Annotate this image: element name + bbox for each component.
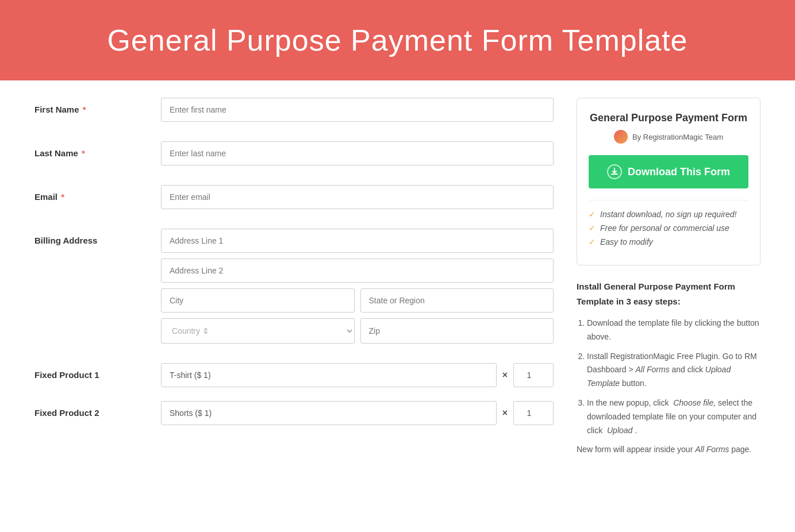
- product-2-fields: ×: [161, 401, 554, 425]
- product-2-label: Fixed Product 2: [34, 401, 161, 418]
- billing-address-label: Billing Address: [34, 229, 161, 245]
- product-2-input-row: ×: [161, 401, 554, 425]
- author-icon: [614, 130, 628, 144]
- choose-file-text: Choose file,: [673, 398, 716, 407]
- instruction-step-1: Download the template file by clicking t…: [587, 317, 761, 344]
- download-button[interactable]: Download This Form: [589, 155, 748, 188]
- upload-text: Upload: [607, 426, 632, 435]
- city-state-row: [161, 288, 554, 313]
- product-1-qty-input[interactable]: [513, 363, 554, 387]
- sidebar: General Purpose Payment Form By Registra…: [577, 98, 761, 457]
- product-1-name-input[interactable]: [161, 363, 497, 387]
- product-2-row: Fixed Product 2 ×: [34, 401, 554, 425]
- product-2-multiply-icon: ×: [502, 408, 508, 418]
- product-1-row: Fixed Product 1 ×: [34, 363, 554, 387]
- last-name-label: Last Name *: [34, 141, 161, 158]
- last-name-input[interactable]: [161, 141, 554, 165]
- feature-item-1: ✓ Instant download, no sign up required!: [589, 210, 748, 219]
- first-name-label: First Name *: [34, 98, 161, 114]
- last-name-field-container: [161, 141, 554, 171]
- instructions-title: Install General Purpose Payment Form Tem…: [577, 279, 761, 309]
- product-1-label: Fixed Product 1: [34, 363, 161, 380]
- state-input[interactable]: [360, 288, 554, 313]
- required-indicator: *: [79, 148, 85, 158]
- check-icon-2: ✓: [589, 223, 596, 233]
- feature-item-3: ✓ Easy to modify: [589, 237, 748, 246]
- page-title: General Purpose Payment Form Template: [34, 23, 761, 57]
- all-forms-italic: All Forms: [695, 445, 729, 454]
- sidebar-instructions: Install General Purpose Payment Form Tem…: [577, 279, 761, 457]
- feature-item-2: ✓ Free for personal or commercial use: [589, 223, 748, 233]
- billing-address-row: Billing Address Country ⇕: [34, 229, 554, 349]
- main-content: First Name * Last Name * Email *: [0, 80, 795, 474]
- sidebar-features-list: ✓ Instant download, no sign up required!…: [589, 200, 748, 246]
- country-select[interactable]: Country ⇕: [161, 318, 355, 344]
- billing-address-fields: Country ⇕: [161, 229, 554, 349]
- email-input[interactable]: [161, 185, 554, 209]
- check-icon-1: ✓: [589, 210, 596, 219]
- email-field-container: [161, 185, 554, 215]
- product-2-qty-input[interactable]: [513, 401, 554, 425]
- form-section: First Name * Last Name * Email *: [34, 98, 554, 457]
- country-zip-row: Country ⇕: [161, 318, 554, 344]
- sidebar-card: General Purpose Payment Form By Registra…: [577, 98, 761, 265]
- first-name-row: First Name *: [34, 98, 554, 128]
- first-name-input[interactable]: [161, 98, 554, 122]
- last-name-row: Last Name *: [34, 141, 554, 171]
- sidebar-author: By RegistrationMagic Team: [589, 130, 748, 144]
- product-2-name-input[interactable]: [161, 401, 497, 425]
- first-name-field-container: [161, 98, 554, 128]
- email-row: Email *: [34, 185, 554, 215]
- sidebar-card-title: General Purpose Payment Form: [589, 112, 748, 124]
- all-forms-link-text: All Forms: [635, 365, 669, 374]
- instruction-step-3: In the new popup, click Choose file, sel…: [587, 396, 761, 437]
- zip-input[interactable]: [360, 318, 554, 344]
- product-1-input-row: ×: [161, 363, 554, 387]
- instruction-step-2: Install RegistrationMagic Free Plugin. G…: [587, 350, 761, 391]
- address-line2-input[interactable]: [161, 259, 554, 283]
- product-1-fields: ×: [161, 363, 554, 387]
- check-icon-3: ✓: [589, 237, 596, 246]
- download-svg: [610, 168, 619, 176]
- city-input[interactable]: [161, 288, 355, 313]
- email-label: Email *: [34, 185, 161, 202]
- page-header: General Purpose Payment Form Template: [0, 0, 795, 80]
- download-icon: [607, 164, 622, 179]
- required-indicator: *: [59, 192, 64, 202]
- required-indicator: *: [80, 105, 86, 114]
- author-name: By RegistrationMagic Team: [632, 133, 723, 141]
- product-1-multiply-icon: ×: [502, 370, 508, 380]
- address-line1-input[interactable]: [161, 229, 554, 253]
- download-button-label: Download This Form: [628, 166, 730, 178]
- instructions-list: Download the template file by clicking t…: [577, 317, 761, 437]
- new-form-note: New form will appear inside your All For…: [577, 443, 761, 457]
